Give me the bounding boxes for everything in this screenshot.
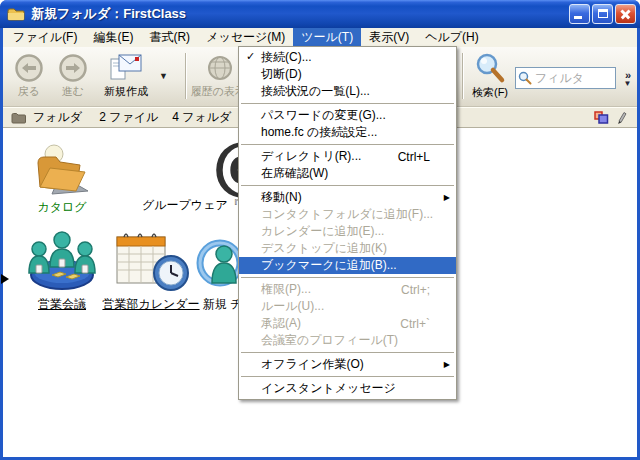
folder-type-icon — [11, 112, 26, 124]
menubar: ファイル(F) 編集(E) 書式(R) メッセージ(M) ツール(T) 表示(V… — [3, 28, 637, 47]
menu-separator — [241, 103, 454, 104]
folder-type-label: フォルダ — [33, 109, 82, 126]
desktop-icon-sales-meeting[interactable]: 営業会議 — [16, 296, 108, 313]
menu-separator — [241, 144, 454, 145]
menu-separator — [241, 352, 454, 353]
menu-format[interactable]: 書式(R) — [141, 28, 198, 47]
menu-message[interactable]: メッセージ(M) — [198, 28, 293, 47]
catalog-folder-icon[interactable] — [32, 141, 92, 199]
window-title: 新規フォルダ：FirstClass — [31, 5, 186, 23]
titlebar: 新規フォルダ：FirstClass — [0, 0, 640, 28]
menu-shortcut: Ctrl+; — [401, 283, 430, 297]
menu-item-approve[interactable]: 承認(A) Ctrl+` — [239, 315, 456, 332]
menu-item-directory[interactable]: ディレクトリ(R)... Ctrl+L — [239, 148, 456, 165]
search-icon — [474, 52, 506, 84]
desktop-icon-sales-calendar[interactable]: 営業部カレンダー — [102, 296, 200, 313]
menu-item-presence-check[interactable]: 在席確認(W) — [239, 165, 456, 182]
overflow-down-icon: ▼ — [624, 80, 632, 88]
menu-item-label: 切断(D) — [261, 66, 302, 83]
forward-button[interactable]: 進む — [51, 53, 95, 99]
menu-item-label: デスクトップに追加(K) — [261, 240, 387, 257]
menu-item-label: 移動(N) — [261, 189, 302, 206]
minimize-icon — [574, 16, 582, 19]
menu-item-add-to-desktop[interactable]: デスクトップに追加(K) — [239, 240, 456, 257]
menu-edit[interactable]: 編集(E) — [85, 28, 141, 47]
menu-separator — [241, 376, 454, 377]
search-label: 検索(F) — [472, 85, 508, 100]
toolbar-separator — [185, 53, 187, 99]
forward-arrow-icon — [58, 53, 88, 83]
menu-shortcut: Ctrl+L — [398, 150, 430, 164]
menu-item-change-password[interactable]: パスワードの変更(G)... — [239, 107, 456, 124]
file-count: 2 ファイル — [99, 109, 158, 126]
menu-item-connect[interactable]: ✓ 接続(C)... — [239, 49, 456, 66]
submenu-arrow-icon: ▶ — [444, 193, 450, 202]
maximize-icon — [598, 9, 608, 18]
filter-input[interactable] — [515, 67, 616, 89]
tools-menu: ✓ 接続(C)... 切断(D) 接続状況の一覧(L)... パスワードの変更(… — [238, 46, 457, 400]
new-message-dropdown-arrow[interactable]: ▼ — [159, 71, 168, 81]
new-message-label: 新規作成 — [104, 84, 148, 99]
menu-shortcut: Ctrl+` — [400, 317, 430, 331]
menu-item-instant-message[interactable]: インスタントメッセージ — [239, 380, 456, 397]
back-label: 戻る — [18, 84, 40, 99]
menu-item-label: ブックマークに追加(B)... — [261, 257, 397, 274]
menu-item-permissions[interactable]: 権限(P)... Ctrl+; — [239, 281, 456, 298]
folder-count: 4 フォルダ — [172, 109, 231, 126]
menu-item-label: ディレクトリ(R)... — [261, 148, 361, 165]
menu-item-disconnect[interactable]: 切断(D) — [239, 66, 456, 83]
menu-item-label: インスタントメッセージ — [261, 380, 396, 397]
menu-item-label: 接続(C)... — [261, 49, 312, 66]
menu-file[interactable]: ファイル(F) — [5, 28, 85, 47]
menu-item-label: パスワードの変更(G)... — [261, 107, 386, 124]
menu-help[interactable]: ヘルプ(H) — [417, 28, 487, 47]
sales-calendar-icon[interactable] — [112, 229, 190, 293]
menu-item-homefc-connection-settings[interactable]: home.fc の接続設定... — [239, 124, 456, 141]
sales-meeting-icon[interactable] — [26, 229, 98, 293]
new-message-button[interactable]: 新規作成 — [98, 53, 154, 99]
menu-item-offline-work[interactable]: オフライン作業(O) ▶ — [239, 356, 456, 373]
menu-item-label: 会議室のプロフィール(T) — [261, 332, 398, 349]
desktop-icon-catalog[interactable]: カタログ — [25, 199, 99, 216]
menu-item-add-to-contact-folder[interactable]: コンタクトフォルダに追加(F)... — [239, 206, 456, 223]
firstclass-window: 新規フォルダ：FirstClass ファイル(F) 編集(E) 書式(R) メッ… — [0, 0, 640, 460]
minimize-button[interactable] — [569, 4, 590, 24]
maximize-button[interactable] — [592, 4, 613, 24]
menu-item-label: 承認(A) — [261, 315, 301, 332]
toolbar-overflow-button[interactable]: » ▼ — [619, 65, 636, 92]
menu-item-label: カレンダーに追加(E)... — [261, 223, 384, 240]
menu-item-rules[interactable]: ルール(U)... — [239, 298, 456, 315]
menu-item-label: 権限(P)... — [261, 281, 311, 298]
submenu-arrow-icon: ▶ — [444, 360, 450, 369]
menu-item-connection-list[interactable]: 接続状況の一覧(L)... — [239, 83, 456, 100]
menu-item-label: 在席確認(W) — [261, 165, 328, 182]
menu-item-add-to-calendar[interactable]: カレンダーに追加(E)... — [239, 223, 456, 240]
menu-view[interactable]: 表示(V) — [361, 28, 417, 47]
layers-icon[interactable] — [594, 111, 609, 124]
toolbar-separator — [462, 53, 464, 99]
menu-item-add-to-bookmarks[interactable]: ブックマークに追加(B)... — [239, 257, 456, 274]
new-message-icon — [108, 53, 144, 83]
menu-item-label: コンタクトフォルダに追加(F)... — [261, 206, 433, 223]
pane-expand-arrow[interactable] — [1, 274, 9, 284]
menu-separator — [241, 185, 454, 186]
menu-item-label: 接続状況の一覧(L)... — [261, 83, 370, 100]
checkmark-icon: ✓ — [246, 50, 255, 63]
folder-icon — [7, 7, 25, 22]
menu-item-label: ルール(U)... — [261, 298, 324, 315]
menu-item-conference-profile[interactable]: 会議室のプロフィール(T) — [239, 332, 456, 349]
forward-label: 進む — [62, 84, 84, 99]
menu-item-label: home.fc の接続設定... — [261, 124, 377, 141]
close-button[interactable] — [615, 4, 636, 24]
search-button[interactable]: 検索(F) — [467, 52, 513, 100]
menu-separator — [241, 277, 454, 278]
back-button[interactable]: 戻る — [7, 53, 51, 99]
menu-tools[interactable]: ツール(T) — [293, 28, 361, 47]
menu-item-move[interactable]: 移動(N) ▶ — [239, 189, 456, 206]
menu-item-label: オフライン作業(O) — [261, 356, 364, 373]
back-arrow-icon — [14, 53, 44, 83]
edit-pencil-icon[interactable] — [616, 111, 627, 125]
history-globe-icon — [205, 53, 235, 83]
